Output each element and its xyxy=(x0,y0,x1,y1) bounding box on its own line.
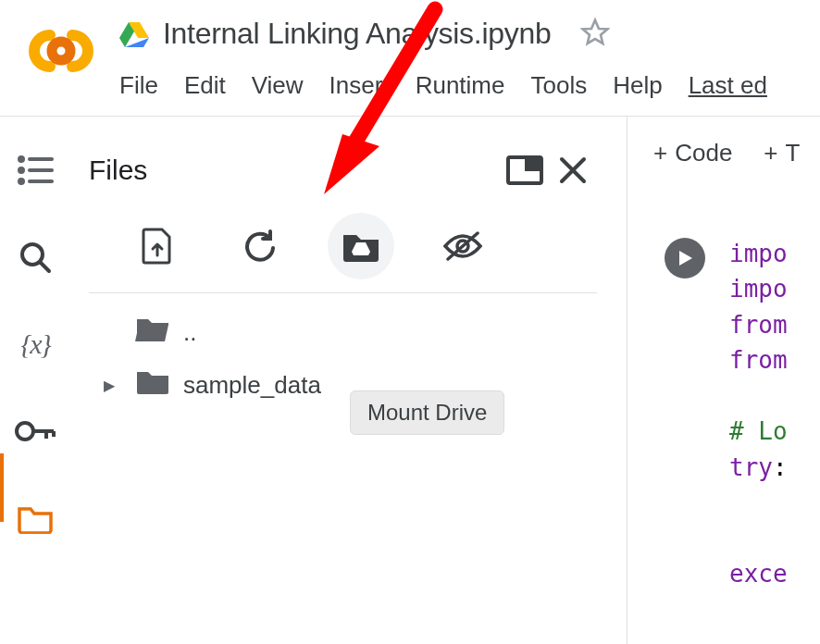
files-panel-title: Files xyxy=(89,155,501,186)
menu-runtime[interactable]: Runtime xyxy=(416,71,505,100)
refresh-button[interactable] xyxy=(226,213,292,279)
svg-marker-4 xyxy=(583,19,608,43)
menu-help[interactable]: Help xyxy=(613,71,662,100)
close-panel-icon[interactable] xyxy=(549,146,597,194)
run-cell-button[interactable] xyxy=(665,238,705,279)
notebook-title[interactable]: Internal Linking Analysis.ipynb xyxy=(163,17,551,51)
code-editor[interactable]: impo impo from from # Lo try: exce xyxy=(729,236,788,592)
svg-marker-22 xyxy=(352,252,370,255)
menu-tools[interactable]: Tools xyxy=(530,71,587,100)
drive-icon xyxy=(118,20,150,48)
menu-file[interactable]: File xyxy=(119,71,158,100)
insert-code-button[interactable]: + Code xyxy=(653,139,732,167)
svg-point-9 xyxy=(19,180,23,183)
folder-label: .. xyxy=(183,318,196,347)
panel-detach-icon[interactable] xyxy=(501,146,549,194)
star-icon[interactable] xyxy=(580,18,610,51)
svg-point-5 xyxy=(19,157,23,161)
menu-bar: File Edit View Insert Runtime Tools Help… xyxy=(118,71,820,100)
svg-marker-25 xyxy=(679,251,692,266)
svg-rect-18 xyxy=(527,159,540,169)
search-icon[interactable] xyxy=(14,239,56,276)
menu-last-edit[interactable]: Last ed xyxy=(689,71,767,100)
folder-open-icon xyxy=(135,316,170,350)
rail-active-indicator xyxy=(0,453,4,522)
menu-view[interactable]: View xyxy=(252,71,304,100)
folder-up-row[interactable]: .. xyxy=(98,306,597,359)
svg-line-12 xyxy=(41,263,49,271)
mount-drive-button[interactable] xyxy=(328,213,394,279)
colab-logo-icon xyxy=(26,28,96,78)
folder-icon xyxy=(135,368,170,402)
insert-code-label: Code xyxy=(675,139,732,167)
folder-sample-data-row[interactable]: ▶ sample_data xyxy=(98,359,597,412)
svg-point-7 xyxy=(19,168,23,172)
svg-point-0 xyxy=(52,42,70,60)
upload-file-button[interactable] xyxy=(124,213,191,279)
expand-icon[interactable]: ▶ xyxy=(104,377,122,394)
menu-insert[interactable]: Insert xyxy=(329,71,390,100)
insert-text-label: T xyxy=(786,139,801,167)
plus-icon: + xyxy=(764,139,777,167)
toc-icon[interactable] xyxy=(14,152,56,189)
plus-icon: + xyxy=(653,139,667,167)
hidden-files-button[interactable] xyxy=(429,213,496,279)
files-icon[interactable] xyxy=(14,500,56,537)
svg-point-13 xyxy=(17,423,33,440)
folder-label: sample_data xyxy=(183,371,321,400)
menu-edit[interactable]: Edit xyxy=(184,71,226,100)
insert-text-button[interactable]: + T xyxy=(764,139,800,167)
secrets-icon[interactable] xyxy=(14,413,56,450)
mount-drive-tooltip: Mount Drive xyxy=(350,390,504,435)
variables-icon[interactable]: {x} xyxy=(14,326,56,363)
